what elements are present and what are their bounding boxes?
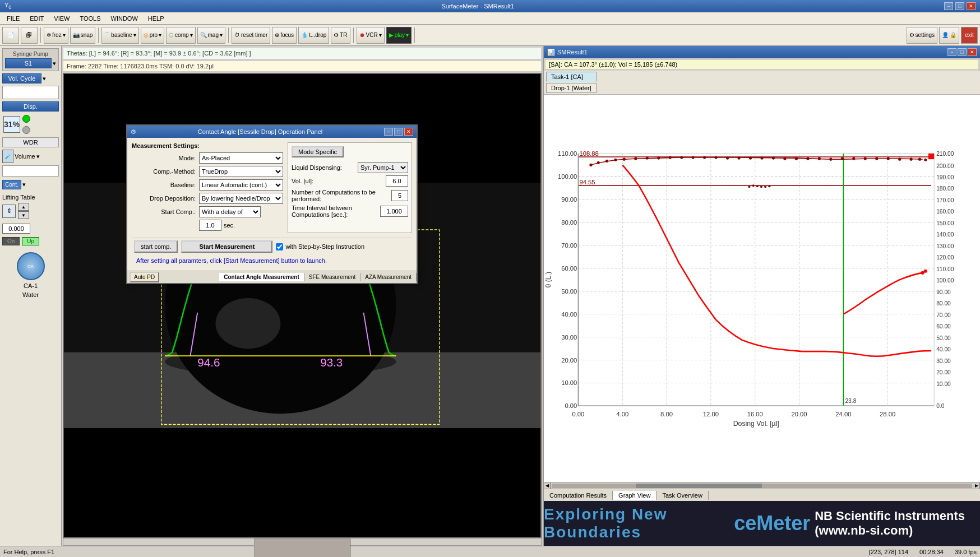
on-btn[interactable]: On (2, 237, 20, 245)
start-measurement-btn[interactable]: Start Measurement (181, 240, 272, 253)
graph-max-btn[interactable]: □ (958, 48, 967, 56)
mode-specific-btn[interactable]: Mode Specific (292, 146, 344, 157)
drop-tab[interactable]: Drop-1 [Water] (546, 83, 597, 93)
op-panel-max[interactable]: □ (394, 128, 403, 136)
graph-min-btn[interactable]: − (947, 48, 956, 56)
svg-point-83 (597, 161, 600, 164)
lifting-left-icon[interactable]: ⇕ (2, 205, 16, 218)
toolbar-reset-timer[interactable]: ⏱ reset timer (232, 27, 270, 44)
start-comp-select[interactable]: With a delay of (199, 206, 261, 217)
svg-text:90.00: 90.00 (561, 196, 577, 203)
toolbar-comp[interactable]: ⬡ comp ▾ (166, 27, 195, 44)
time-interval-input[interactable] (380, 206, 408, 217)
graph-title: SMResult1 (557, 49, 588, 55)
op-panel-min[interactable]: − (384, 128, 393, 136)
menu-tools[interactable]: TOOLS (75, 14, 105, 23)
delay-input[interactable] (199, 220, 221, 231)
drop-deposition-select[interactable]: By lowering Needle/Drop (199, 193, 283, 204)
mode-row: Mode: As-Placed (132, 152, 283, 164)
cont-row: Cont. ▾ (2, 180, 59, 189)
close-btn[interactable]: ✕ (967, 2, 976, 10)
svg-text:50.00: 50.00 (936, 335, 951, 341)
toolbar-mag[interactable]: 🔍 mag ▾ (197, 27, 225, 44)
title-bar: Y0 SurfaceMeter - SMResult1 − □ ✕ (0, 0, 980, 12)
disp-btn[interactable]: Disp. (2, 101, 59, 112)
lifting-up-btn[interactable]: ▲ (18, 203, 29, 211)
maximize-btn[interactable]: □ (955, 2, 964, 10)
toolbar-settings[interactable]: ⚙ settings (907, 27, 937, 44)
scroll-left-btn[interactable]: ◀ (544, 482, 551, 489)
value-display-row: 0.000 (2, 224, 59, 234)
menu-view[interactable]: VIEW (49, 14, 74, 23)
start-comp-form-label: Start Comp.: (132, 208, 199, 215)
video-scrollbar[interactable] (63, 538, 542, 546)
svg-point-97 (749, 157, 752, 160)
svg-text:170.00: 170.00 (936, 197, 954, 203)
auto-pd-btn[interactable]: Auto PD (130, 272, 159, 282)
scrollbar-thumb[interactable] (254, 539, 350, 557)
op-panel-controls: − □ ✕ (384, 128, 413, 136)
graph-scrollbar[interactable]: ◀ ▶ (544, 482, 980, 489)
scroll-right-btn[interactable]: ▶ (973, 482, 980, 489)
mode-specific-col: Mode Specific Liquid Dispensing: Syr. Pu… (288, 142, 412, 233)
toolbar-baseline[interactable]: ⌒ baseline ▾ (101, 27, 138, 44)
toolbar-open[interactable]: 🗐 (21, 27, 38, 44)
op-panel-close[interactable]: ✕ (404, 128, 413, 136)
toolbar-tdrop[interactable]: 💧 t...drop (298, 27, 329, 44)
graph-tab-overview[interactable]: Task Overview (657, 491, 709, 500)
tab-aza[interactable]: AZA Measurement (360, 273, 417, 281)
app-icon: Y0 (4, 2, 11, 10)
ca-icon[interactable]: CA (17, 252, 45, 280)
graph-bottom-tabs: Computation Results Graph View Task Over… (544, 489, 980, 501)
vol-cycle-btn[interactable]: Vol. Cycle (2, 73, 41, 83)
lifting-down-btn[interactable]: ▼ (18, 211, 29, 219)
toolbar-focus[interactable]: ⊕ focus (272, 27, 297, 44)
menu-edit[interactable]: EDIT (25, 14, 48, 23)
toolbar-play[interactable]: ▶ play ▾ (386, 27, 412, 44)
wdr-btn[interactable]: WDR (2, 137, 59, 147)
tab-sfe[interactable]: SFE Measurement (304, 273, 360, 281)
volume-label: Volume (15, 153, 35, 160)
title-bar-controls: − □ ✕ (944, 2, 976, 10)
num-computations-input[interactable] (391, 190, 408, 201)
time-display: 00:28:34 (919, 549, 944, 555)
tr-label: TR (340, 32, 347, 38)
toolbar-tr[interactable]: ⚙ TR (331, 27, 350, 44)
menu-window[interactable]: WINDOW (107, 14, 142, 23)
toolbar-exit[interactable]: exit (961, 27, 978, 44)
comp-method-select[interactable]: TrueDrop (199, 166, 283, 177)
step-by-step-checkbox[interactable] (276, 243, 283, 250)
svg-point-86 (623, 158, 626, 161)
graph-status-text: [SA]: CA = 107.3° (±1.0); Vol = 15.185 (… (549, 61, 677, 68)
minimize-btn[interactable]: − (944, 2, 953, 10)
toolbar-user-lock[interactable]: 👤 🔒 (939, 27, 959, 44)
liquid-dispensing-select[interactable]: Syr. Pump-1 (358, 162, 408, 173)
menu-help[interactable]: HELP (144, 14, 169, 23)
toolbar-vcr[interactable]: ⏺ VCR ▾ (357, 27, 385, 44)
svg-text:24.00: 24.00 (835, 411, 851, 417)
graph-tab-results[interactable]: Computation Results (544, 491, 613, 500)
toolbar-froz[interactable]: ❄ froz ▾ (44, 27, 68, 44)
menu-file[interactable]: FILE (2, 14, 24, 23)
graph-close-btn[interactable]: ✕ (968, 48, 977, 56)
toolbar-new[interactable]: 📄 (2, 27, 19, 44)
baseline-form-label: Baseline: (132, 182, 199, 188)
mode-select[interactable]: As-Placed (199, 152, 283, 164)
baseline-select[interactable]: Linear Automatic (cont.) (199, 179, 283, 191)
s1-dropdown-icon: ▾ (53, 60, 56, 67)
task-tab[interactable]: Task-1 [CA] (546, 72, 597, 82)
tab-contact-angle[interactable]: Contact Angle Measurement (219, 273, 304, 281)
vol-input[interactable] (386, 175, 408, 187)
vol-cycle-input[interactable] (2, 86, 59, 99)
toolbar-snap[interactable]: 📷 snap (70, 27, 96, 44)
start-comp-btn[interactable]: start comp. (134, 240, 178, 253)
scroll-thumb[interactable] (636, 484, 762, 488)
cont-btn[interactable]: Cont. (2, 180, 21, 189)
drop-deposition-row: Drop Deposition: By lowering Needle/Drop (132, 193, 283, 204)
toolbar-pro[interactable]: ◎ pro ▾ (141, 27, 164, 44)
s1-selector[interactable]: S1 (5, 58, 52, 68)
up-btn[interactable]: Up (22, 237, 39, 245)
sep-4 (353, 27, 354, 43)
volume-input[interactable] (2, 165, 59, 177)
graph-tab-view[interactable]: Graph View (613, 491, 657, 500)
